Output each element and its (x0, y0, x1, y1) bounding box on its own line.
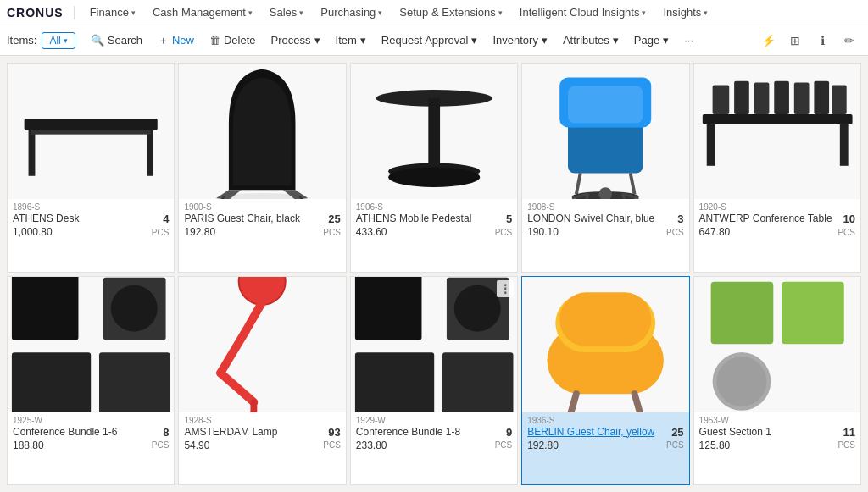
svg-rect-1 (29, 130, 36, 176)
item-price-1936-s: 192.80 (527, 439, 559, 451)
item-name-row-1896-s: ATHENS Desk 4 (13, 213, 169, 225)
page-button[interactable]: Page ▾ (627, 29, 676, 53)
item-card-1936-s[interactable]: 1936-S BERLIN Guest Chair, yellow 25 192… (521, 276, 689, 486)
card-info-1929-w: 1929-W Conference Bundle 1-8 9 233.80 PC… (351, 412, 517, 455)
item-name-row-1936-s: BERLIN Guest Chair, yellow 25 (527, 426, 683, 439)
info-icon-btn[interactable]: ℹ (810, 29, 834, 53)
item-price-1925-w: 188.80 (13, 439, 44, 451)
item-name-row-1929-w: Conference Bundle 1-8 9 (356, 426, 512, 439)
item-card-1906-s[interactable]: 1906-S ATHENS Mobile Pedestal 5 433.60 P… (350, 63, 518, 273)
item-card-1920-s[interactable]: 1920-S ANTWERP Conference Table 10 647.8… (693, 63, 861, 273)
chevron-down-icon: ▾ (471, 34, 477, 47)
more-options-btn[interactable]: ⋮ (497, 280, 514, 297)
new-button[interactable]: ＋ New (151, 29, 201, 53)
search-button[interactable]: 🔍 Search (84, 29, 149, 53)
layout-icon-btn[interactable]: ⊞ (783, 29, 807, 53)
item-count-1929-w: 9 (506, 426, 512, 439)
search-icon: 🔍 (91, 34, 104, 47)
item-card-1929-w[interactable]: ⋮ 1929-W Conference Bundle 1-8 9 233.80 … (350, 276, 518, 486)
inventory-button[interactable]: Inventory ▾ (486, 29, 554, 53)
item-price-1908-s: 190.10 (527, 226, 559, 238)
filter-all-button[interactable]: All ▾ (42, 32, 75, 49)
svg-rect-51 (559, 293, 651, 347)
item-card-1908-s[interactable]: 1908-S LONDON Swivel Chair, blue 3 190.1… (521, 63, 689, 273)
nav-sales[interactable]: Sales ▾ (261, 0, 313, 25)
top-navigation: CRONUS Finance ▾ Cash Management ▾ Sales… (0, 0, 868, 25)
delete-button[interactable]: 🗑 Delete (203, 29, 263, 53)
item-price-row-1906-s: 433.60 PCS (356, 226, 512, 238)
item-card-1953-w[interactable]: 1953-W Guest Section 1 11 125.80 PCS (693, 276, 861, 486)
svg-point-18 (599, 187, 613, 199)
filter-icon-btn[interactable]: ⚡ (756, 29, 780, 53)
process-button[interactable]: Process ▾ (264, 29, 327, 53)
item-name-row-1900-s: PARIS Guest Chair, black 25 (184, 213, 340, 225)
item-unit-1928-s: PCS (323, 440, 341, 450)
card-info-1906-s: 1906-S ATHENS Mobile Pedestal 5 433.60 P… (351, 199, 517, 241)
nav-insights[interactable]: Insights ▾ (654, 0, 716, 25)
item-image-1953-w (694, 277, 860, 412)
chevron-down-icon: ▾ (64, 36, 68, 45)
nav-setup-extensions[interactable]: Setup & Extensions ▾ (391, 0, 510, 25)
attributes-button[interactable]: Attributes ▾ (556, 29, 626, 53)
nav-intelligent-cloud[interactable]: Intelligent Cloud Insights ▾ (511, 0, 655, 25)
more-button[interactable]: ··· (677, 29, 700, 53)
item-code-1906-s: 1906-S (356, 202, 512, 212)
svg-line-16 (631, 173, 635, 194)
nav-purchasing[interactable]: Purchasing ▾ (312, 0, 391, 25)
item-price-row-1953-w: 125.80 PCS (699, 439, 855, 451)
item-card-1925-w[interactable]: 1925-W Conference Bundle 1-6 8 188.80 PC… (7, 276, 175, 486)
request-approval-button[interactable]: Request Approval ▾ (375, 29, 485, 53)
chevron-down-icon: ▾ (542, 34, 548, 47)
item-price-1928-s: 54.90 (184, 439, 209, 451)
item-card-1896-s[interactable]: 1896-S ATHENS Desk 4 1,000.80 PCS (7, 63, 175, 273)
item-unit-1906-s: PCS (495, 228, 513, 237)
item-unit-1908-s: PCS (666, 228, 684, 237)
svg-rect-26 (712, 86, 729, 114)
chevron-down-icon: ▾ (704, 8, 708, 17)
svg-rect-3 (31, 130, 150, 135)
item-price-row-1925-w: 188.80 PCS (13, 439, 169, 451)
item-card-1928-s[interactable]: 1928-S AMSTERDAM Lamp 93 54.90 PCS (178, 276, 346, 486)
item-unit-1929-w: PCS (495, 440, 513, 450)
card-info-1936-s: 1936-S BERLIN Guest Chair, yellow 25 192… (522, 412, 688, 455)
svg-rect-23 (702, 114, 852, 124)
svg-rect-31 (814, 81, 829, 114)
card-info-1920-s: 1920-S ANTWERP Conference Table 10 647.8… (694, 199, 860, 241)
item-code-1896-s: 1896-S (13, 202, 169, 212)
svg-rect-28 (754, 83, 769, 114)
svg-point-57 (716, 357, 766, 406)
item-button[interactable]: Item ▾ (329, 29, 373, 53)
card-info-1928-s: 1928-S AMSTERDAM Lamp 93 54.90 PCS (179, 412, 345, 455)
svg-rect-14 (568, 86, 643, 123)
item-code-1920-s: 1920-S (699, 202, 855, 212)
item-name-row-1908-s: LONDON Swivel Chair, blue 3 (527, 213, 683, 225)
item-code-1900-s: 1900-S (184, 202, 340, 212)
svg-rect-25 (839, 124, 848, 166)
svg-rect-32 (832, 86, 847, 114)
svg-line-15 (576, 173, 581, 194)
item-price-row-1900-s: 192.80 PCS (184, 226, 340, 238)
edit-icon-btn[interactable]: ✏ (837, 29, 861, 53)
item-card-1900-s[interactable]: 1900-S PARIS Guest Chair, black 25 192.8… (178, 63, 346, 273)
item-price-1906-s: 433.60 (356, 226, 387, 238)
item-image-1896-s (8, 64, 174, 199)
item-unit-1953-w: PCS (837, 440, 855, 450)
delete-icon: 🗑 (209, 34, 220, 47)
card-info-1953-w: 1953-W Guest Section 1 11 125.80 PCS (694, 412, 860, 455)
chevron-down-icon: ▾ (613, 34, 619, 47)
svg-rect-30 (793, 83, 809, 114)
item-name-1953-w: Guest Section 1 (699, 426, 840, 438)
item-name-1896-s: ATHENS Desk (13, 213, 159, 224)
item-image-1920-s (694, 64, 860, 199)
chevron-down-icon: ▾ (642, 8, 646, 17)
svg-rect-0 (25, 119, 158, 130)
card-info-1900-s: 1900-S PARIS Guest Chair, black 25 192.8… (179, 199, 345, 241)
item-name-1908-s: LONDON Swivel Chair, blue (527, 213, 674, 224)
card-info-1908-s: 1908-S LONDON Swivel Chair, blue 3 190.1… (522, 199, 688, 241)
nav-finance[interactable]: Finance ▾ (81, 0, 144, 25)
item-image-1936-s (522, 277, 688, 412)
item-count-1906-s: 5 (506, 213, 512, 225)
item-name-row-1925-w: Conference Bundle 1-6 8 (13, 426, 169, 439)
nav-cash-management[interactable]: Cash Management ▾ (144, 0, 261, 25)
item-name-row-1906-s: ATHENS Mobile Pedestal 5 (356, 213, 512, 225)
